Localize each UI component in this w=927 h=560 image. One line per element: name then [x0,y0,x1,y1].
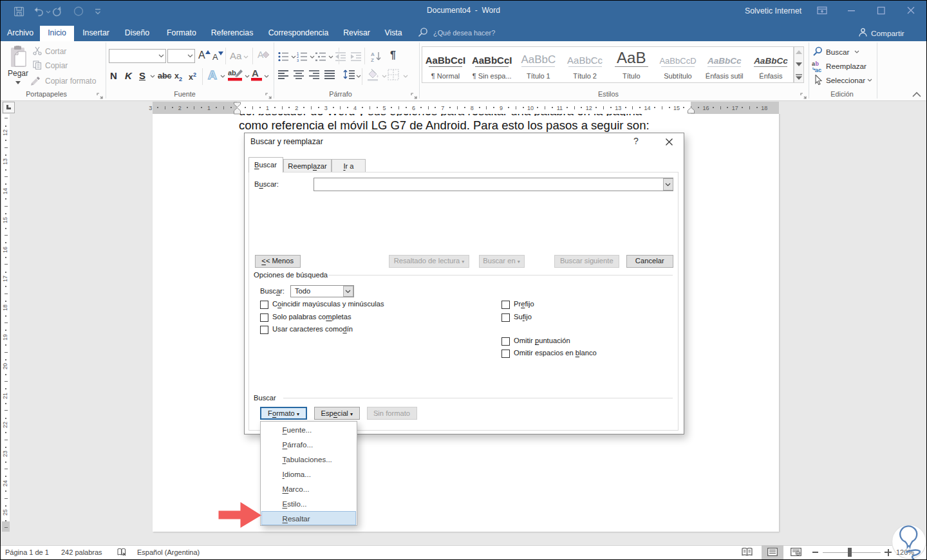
svg-text:A: A [252,68,259,79]
svg-text:A: A [371,51,375,57]
svg-text:3: 3 [297,59,299,62]
svg-text:b: b [816,61,819,67]
svg-text:ac: ac [815,67,821,73]
svg-text:Z: Z [371,57,374,62]
svg-text:ab: ab [228,69,236,77]
svg-text:A: A [208,68,217,82]
